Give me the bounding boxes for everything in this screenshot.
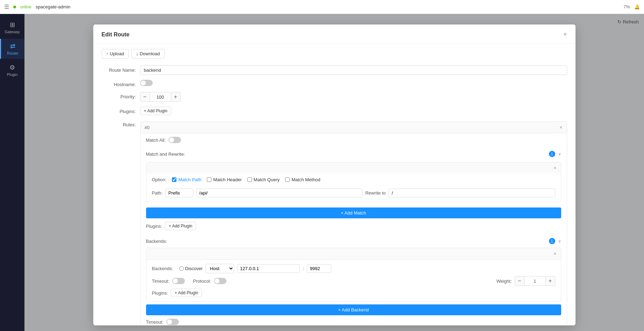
sidebar-item-label: Plugin: [7, 72, 18, 77]
bell-icon[interactable]: 🔔: [634, 4, 640, 9]
toolbar: ↑ Upload ↓ Download: [102, 49, 567, 58]
match-all-toggle[interactable]: [168, 137, 181, 143]
discover-radio[interactable]: Discover: [179, 266, 203, 271]
priority-label: Priority:: [102, 92, 140, 99]
priority-stepper: − 100 +: [140, 92, 567, 102]
route-name-row: Route Name:: [102, 65, 567, 75]
timeout-item: Timeout:: [152, 278, 185, 284]
upload-button[interactable]: ↑ Upload: [102, 49, 129, 58]
match-path-label: Match Path: [178, 177, 201, 182]
edit-route-modal: Edit Route × ↑ Upload ↓ Download: [93, 24, 576, 325]
add-plugin-button[interactable]: + Add Plugin: [140, 107, 172, 115]
match-chevron-icon: ∨: [558, 152, 561, 156]
menu-icon[interactable]: ☰: [4, 3, 9, 10]
modal-overlay: Edit Route × ↑ Upload ↓ Download: [24, 14, 644, 331]
weight-label: Weight:: [497, 279, 512, 284]
match-option-row: Option: Match Path Match Header: [146, 174, 561, 186]
add-backend-button[interactable]: + Add Backend: [146, 304, 561, 315]
option-label: Option:: [152, 177, 167, 182]
status-indicator: [13, 6, 16, 8]
match-header-option[interactable]: Match Header: [207, 177, 242, 182]
weight-increase-button[interactable]: +: [545, 276, 555, 286]
colon-separator: :: [303, 266, 304, 271]
rules-label: Rules:: [102, 120, 140, 127]
priority-decrease-button[interactable]: −: [140, 92, 150, 102]
backend-add-plugin-button[interactable]: + Add Plugin: [171, 289, 202, 297]
match-all-label: Match All:: [146, 138, 166, 143]
priority-value: 100: [150, 92, 171, 102]
timeout2-toggle[interactable]: [166, 319, 179, 325]
backends-label: Backends:: [146, 239, 167, 244]
match-path-checkbox[interactable]: [172, 177, 176, 182]
backends-box: × Backends:: [146, 248, 561, 302]
rule-close-button[interactable]: ×: [559, 125, 562, 130]
path-type-select[interactable]: Prefix Exact Regex: [165, 189, 193, 197]
host-input[interactable]: [237, 264, 300, 273]
plugins-label: Plugins:: [102, 107, 140, 114]
hostname-toggle[interactable]: [140, 80, 153, 86]
match-header-checkbox[interactable]: [207, 177, 211, 182]
timeout-toggle[interactable]: [172, 278, 185, 284]
match-rewrite-expand[interactable]: Match and Rewrite: 1 ∨: [146, 149, 561, 159]
path-row: Path: Prefix Exact Regex: [146, 186, 561, 202]
match-method-label: Match Method: [291, 177, 320, 182]
timeout-label: Timeout:: [152, 279, 169, 284]
backend-plugins-row: Plugins: + Add Plugin: [152, 289, 555, 297]
match-close-button[interactable]: ×: [553, 165, 556, 171]
sidebar: ⊞ Gateway ⇄ Router ⚙ Plugin: [0, 14, 24, 331]
download-button[interactable]: ↓ Download: [131, 49, 164, 58]
backend-close-button[interactable]: ×: [553, 251, 556, 256]
match-all-row: Match All:: [140, 133, 567, 147]
match-badge: 1: [549, 151, 555, 157]
hostname-label: Hostname:: [102, 80, 140, 87]
weight-item: Weight: − 1 +: [497, 276, 555, 286]
sidebar-item-router[interactable]: ⇄ Router: [0, 39, 24, 59]
backend-label: Backends:: [152, 266, 176, 271]
match-query-checkbox[interactable]: [247, 177, 252, 182]
percent-label: 7%: [623, 4, 630, 9]
path-value-input[interactable]: [196, 189, 363, 197]
protocol-toggle[interactable]: [214, 278, 226, 284]
rewrite-value-input[interactable]: [389, 189, 555, 197]
priority-row: Priority: − 100 +: [102, 92, 567, 102]
modal-close-button[interactable]: ×: [563, 31, 567, 38]
sidebar-item-plugin[interactable]: ⚙ Plugin: [0, 60, 24, 80]
modal-body: ↑ Upload ↓ Download Route Name:: [93, 43, 576, 325]
match-method-checkbox[interactable]: [285, 177, 290, 182]
match-query-label: Match Query: [254, 177, 280, 182]
weight-decrease-button[interactable]: −: [515, 276, 524, 286]
backends-badge: 1: [549, 238, 555, 244]
topbar: ☰ online spacegate-admin 7% 🔔: [0, 0, 644, 14]
sidebar-item-gateway[interactable]: ⊞ Gateway: [0, 17, 24, 37]
rule-id: #0: [145, 125, 150, 130]
backends-row: Backends: 1 ∨: [140, 234, 567, 315]
rewrite-label: Rewrite to: [365, 190, 386, 196]
upload-label: Upload: [110, 51, 124, 56]
rules-add-plugin-button[interactable]: + Add Plugin: [165, 222, 196, 230]
plugins-row: Plugins: + Add Plugin: [102, 107, 567, 115]
sidebar-item-label: Gateway: [5, 30, 20, 34]
route-name-input[interactable]: [140, 65, 567, 75]
rules-plugins-row: Plugins: + Add Plugin: [140, 218, 567, 234]
match-path-option[interactable]: Match Path: [172, 177, 201, 182]
rule-header: #0 ×: [140, 122, 567, 133]
backend-plugins-label: Plugins:: [152, 290, 168, 296]
backends-expand[interactable]: Backends: 1 ∨: [146, 236, 561, 246]
download-label: Download: [140, 51, 160, 56]
match-method-option[interactable]: Match Method: [285, 177, 320, 182]
discover-label: Discover: [185, 266, 203, 271]
match-header-label: Match Header: [213, 177, 242, 182]
rules-row: Rules: #0 × Match All:: [102, 120, 567, 325]
backend-item-header: ×: [146, 248, 561, 260]
status-label: online: [20, 5, 31, 9]
sidebar-item-label: Router: [7, 51, 19, 55]
match-query-option[interactable]: Match Query: [247, 177, 280, 182]
priority-increase-button[interactable]: +: [171, 92, 181, 102]
port-input[interactable]: [307, 264, 331, 273]
add-match-button[interactable]: + Add Match: [146, 207, 561, 218]
discover-radio-input[interactable]: [179, 266, 184, 271]
backends-chevron-icon: ∨: [558, 239, 561, 244]
route-name-label: Route Name:: [102, 65, 140, 73]
gateway-icon: ⊞: [10, 21, 15, 29]
host-type-select[interactable]: Host DNS: [205, 264, 234, 273]
